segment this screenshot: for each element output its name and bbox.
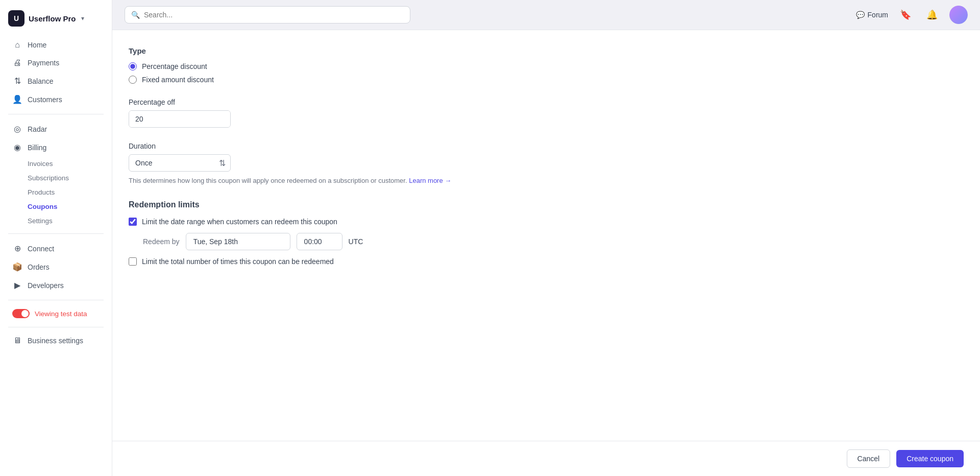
- sidebar-item-settings[interactable]: Settings: [4, 214, 108, 228]
- bell-icon: 🔔: [926, 9, 938, 20]
- sidebar-label-invoices: Invoices: [28, 160, 53, 168]
- sidebar-label-radar: Radar: [28, 125, 47, 133]
- sidebar-item-payments[interactable]: 🖨 Payments: [4, 54, 108, 72]
- sidebar-item-home[interactable]: ⌂ Home: [4, 36, 108, 54]
- test-data-toggle-row[interactable]: Viewing test data: [4, 305, 108, 322]
- redeem-date-input[interactable]: [186, 233, 290, 250]
- duration-select[interactable]: Once Forever Repeating: [129, 154, 231, 172]
- redemption-limits-section: Redemption limits Limit the date range w…: [129, 200, 486, 266]
- fixed-amount-radio[interactable]: [129, 76, 137, 84]
- limit-date-checkbox-row[interactable]: Limit the date range when customers can …: [129, 218, 486, 226]
- sidebar-item-products[interactable]: Products: [4, 185, 108, 199]
- redeem-by-label: Redeem by: [143, 237, 180, 246]
- sidebar-item-coupons[interactable]: Coupons: [4, 200, 108, 213]
- duration-section: Duration Once Forever Repeating ⇅ This d…: [129, 142, 486, 186]
- sidebar-item-orders[interactable]: 📦 Orders: [4, 258, 108, 276]
- limit-date-checkbox[interactable]: [129, 218, 137, 226]
- payments-icon: 🖨: [12, 58, 22, 67]
- type-radio-group: Percentage discount Fixed amount discoun…: [129, 62, 486, 84]
- sidebar-label-billing: Billing: [28, 144, 46, 152]
- billing-icon: ◉: [12, 142, 22, 152]
- sidebar-label-business-settings: Business settings: [28, 337, 83, 345]
- sidebar-item-subscriptions[interactable]: Subscriptions: [4, 171, 108, 185]
- fixed-amount-option[interactable]: Fixed amount discount: [129, 76, 486, 84]
- forum-link[interactable]: 💬 Forum: [856, 11, 888, 19]
- percentage-input[interactable]: [129, 111, 231, 127]
- sidebar-label-balance: Balance: [28, 77, 54, 85]
- sidebar-billing-section: ◎ Radar ◉ Billing Invoices Subscriptions…: [0, 118, 112, 229]
- sidebar-item-connect[interactable]: ⊕ Connect: [4, 240, 108, 257]
- orders-icon: 📦: [12, 262, 22, 272]
- balance-icon: ⇅: [12, 76, 22, 86]
- sidebar-item-billing[interactable]: ◉ Billing: [4, 138, 108, 156]
- forum-icon: 💬: [856, 11, 865, 19]
- search-bar[interactable]: 🔍: [125, 6, 410, 23]
- header: 🔍 💬 Forum 🔖 🔔: [112, 0, 980, 30]
- header-right: 💬 Forum 🔖 🔔: [856, 6, 968, 24]
- cancel-button[interactable]: Cancel: [847, 449, 891, 468]
- bookmark-button[interactable]: 🔖: [896, 6, 915, 24]
- sidebar-item-business-settings[interactable]: 🖥 Business settings: [4, 332, 108, 349]
- test-data-label: Viewing test data: [35, 310, 87, 318]
- percentage-discount-option[interactable]: Percentage discount: [129, 62, 486, 70]
- main-container: 🔍 💬 Forum 🔖 🔔 Type: [112, 0, 980, 476]
- sidebar-label-orders: Orders: [28, 263, 50, 271]
- sidebar: U Userflow Pro ▾ ⌂ Home 🖨 Payments ⇅ Bal…: [0, 0, 112, 476]
- duration-help-text: This determines how long this coupon wil…: [129, 176, 486, 186]
- sidebar-label-coupons: Coupons: [28, 203, 58, 210]
- app-logo-icon: U: [8, 10, 24, 27]
- user-avatar[interactable]: [949, 6, 968, 24]
- sidebar-divider-3: [8, 300, 104, 300]
- footer-bar: Cancel Create coupon: [112, 441, 980, 476]
- sidebar-bottom-section: ⊕ Connect 📦 Orders ▶ Developers: [0, 238, 112, 296]
- percentage-off-label: Percentage off: [129, 98, 486, 106]
- sidebar-label-customers: Customers: [28, 96, 62, 104]
- percentage-discount-label: Percentage discount: [142, 62, 207, 70]
- sidebar-divider-4: [8, 327, 104, 327]
- customers-icon: 👤: [12, 94, 22, 104]
- sidebar-main-section: ⌂ Home 🖨 Payments ⇅ Balance 👤 Customers: [0, 35, 112, 110]
- search-input[interactable]: [144, 11, 404, 19]
- search-icon: 🔍: [131, 11, 140, 19]
- limit-total-label: Limit the total number of times this cou…: [142, 257, 334, 266]
- create-coupon-button[interactable]: Create coupon: [896, 450, 964, 467]
- percentage-discount-radio[interactable]: [129, 62, 137, 70]
- sidebar-label-connect: Connect: [28, 245, 54, 253]
- limit-date-label: Limit the date range when customers can …: [142, 218, 337, 226]
- sidebar-label-settings: Settings: [28, 217, 53, 225]
- percentage-off-section: Percentage off %: [129, 98, 486, 128]
- redeem-time-input[interactable]: [297, 233, 342, 250]
- redeem-by-row: Redeem by UTC: [143, 233, 486, 250]
- app-name: Userflow Pro: [29, 14, 76, 23]
- notification-button[interactable]: 🔔: [923, 6, 941, 24]
- test-data-toggle[interactable]: [12, 309, 30, 318]
- radar-icon: ◎: [12, 124, 22, 134]
- limit-total-checkbox[interactable]: [129, 257, 137, 266]
- avatar-image: [949, 6, 968, 24]
- business-settings-icon: 🖥: [12, 336, 22, 345]
- sidebar-item-customers[interactable]: 👤 Customers: [4, 90, 108, 108]
- sidebar-item-radar[interactable]: ◎ Radar: [4, 120, 108, 138]
- bookmark-icon: 🔖: [900, 9, 911, 20]
- sidebar-label-payments: Payments: [28, 59, 59, 67]
- type-label: Type: [129, 46, 486, 55]
- connect-icon: ⊕: [12, 244, 22, 253]
- forum-label: Forum: [868, 11, 888, 19]
- sidebar-divider-2: [8, 233, 104, 234]
- sidebar-label-developers: Developers: [28, 281, 64, 290]
- learn-more-link[interactable]: Learn more →: [409, 177, 451, 184]
- sidebar-label-products: Products: [28, 188, 55, 196]
- sidebar-label-home: Home: [28, 41, 46, 49]
- percentage-input-group: %: [129, 110, 231, 128]
- duration-label: Duration: [129, 142, 486, 150]
- type-section: Type Percentage discount Fixed amount di…: [129, 46, 486, 84]
- limit-total-checkbox-row[interactable]: Limit the total number of times this cou…: [129, 257, 486, 266]
- sidebar-item-developers[interactable]: ▶ Developers: [4, 276, 108, 294]
- sidebar-item-invoices[interactable]: Invoices: [4, 157, 108, 171]
- sidebar-item-balance[interactable]: ⇅ Balance: [4, 72, 108, 90]
- app-logo[interactable]: U Userflow Pro ▾: [0, 6, 112, 35]
- redemption-limits-title: Redemption limits: [129, 200, 486, 209]
- app-chevron: ▾: [81, 15, 84, 22]
- duration-select-wrapper: Once Forever Repeating ⇅: [129, 154, 231, 172]
- coupon-form: Type Percentage discount Fixed amount di…: [129, 46, 486, 266]
